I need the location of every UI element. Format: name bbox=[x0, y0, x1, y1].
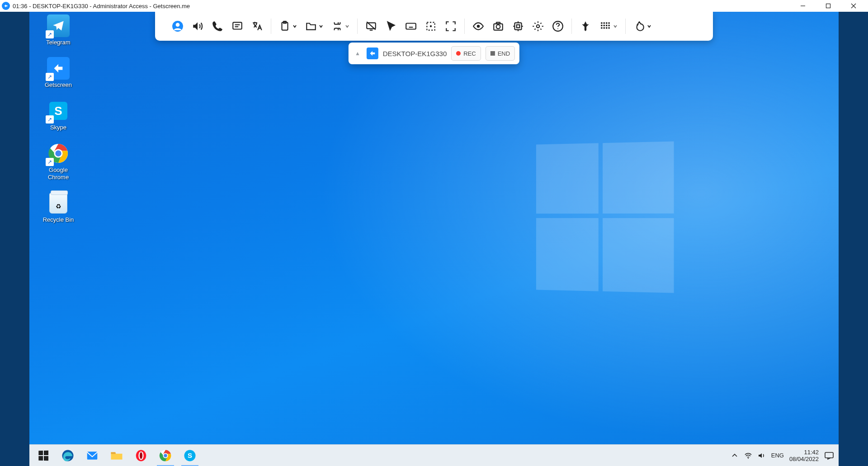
record-button[interactable]: REC bbox=[451, 46, 481, 61]
desktop-icon-label: Google Chrome bbox=[48, 166, 69, 181]
taskbar-app-edge[interactable] bbox=[56, 445, 80, 466]
volume-icon[interactable] bbox=[758, 452, 766, 460]
svg-rect-62 bbox=[825, 452, 833, 458]
svg-text:S: S bbox=[188, 452, 192, 459]
pin-icon[interactable] bbox=[576, 16, 595, 36]
taskbar-app-skype[interactable]: S bbox=[178, 445, 202, 466]
session-host-name: DESKTOP-EK1G330 bbox=[383, 50, 447, 57]
desktop-icon-getscreen[interactable]: ↗ Getscreen bbox=[36, 57, 81, 89]
svg-rect-42 bbox=[601, 25, 602, 26]
desktop-icon-label: Recycle Bin bbox=[43, 216, 74, 223]
remote-taskbar: S ENG 11:42 08/04/2022 bbox=[29, 444, 839, 466]
remote-toolbar bbox=[155, 12, 713, 41]
svg-rect-30 bbox=[517, 25, 520, 28]
toolbar-separator bbox=[357, 19, 358, 34]
svg-point-8 bbox=[176, 23, 180, 27]
select-area-icon[interactable] bbox=[421, 16, 441, 36]
window-maximize-button[interactable] bbox=[816, 0, 841, 12]
svg-point-35 bbox=[537, 25, 540, 28]
record-dot-icon bbox=[456, 51, 461, 56]
help-icon[interactable] bbox=[548, 16, 568, 36]
settings-icon[interactable] bbox=[528, 16, 548, 36]
window-close-button[interactable] bbox=[841, 0, 866, 12]
start-button[interactable] bbox=[31, 445, 56, 466]
taskbar-app-mail[interactable] bbox=[80, 445, 104, 466]
svg-rect-17 bbox=[406, 24, 416, 29]
svg-rect-45 bbox=[609, 25, 610, 26]
collapse-pill-icon[interactable]: ▲ bbox=[353, 50, 362, 57]
system-tray: ENG 11:42 08/04/2022 bbox=[728, 449, 837, 462]
svg-point-6 bbox=[55, 150, 61, 156]
blank-screen-icon[interactable] bbox=[361, 16, 381, 36]
svg-point-37 bbox=[557, 29, 558, 29]
shortcut-arrow-icon: ↗ bbox=[46, 73, 54, 81]
cursor-icon[interactable] bbox=[381, 16, 401, 36]
remote-desktop[interactable]: ↗ Telegram ↗ Getscreen S ↗ Skype bbox=[29, 12, 839, 466]
getscreen-app-icon bbox=[2, 2, 10, 10]
desktop-icons: ↗ Telegram ↗ Getscreen S ↗ Skype bbox=[36, 14, 81, 223]
fullscreen-icon[interactable] bbox=[441, 16, 461, 36]
taskbar-app-explorer[interactable] bbox=[104, 445, 129, 466]
account-icon[interactable] bbox=[168, 16, 188, 36]
toolbar-separator bbox=[625, 19, 626, 34]
app-titlebar: 01:36 - DESKTOP-EK1G330 - Administrator … bbox=[0, 0, 868, 12]
action-center-icon[interactable] bbox=[824, 452, 834, 460]
toolbar-separator bbox=[271, 19, 271, 34]
skype-icon: S ↗ bbox=[47, 100, 70, 122]
desktop-icon-skype[interactable]: S ↗ Skype bbox=[36, 100, 81, 131]
svg-point-61 bbox=[748, 458, 749, 459]
files-dropdown[interactable] bbox=[301, 16, 327, 36]
shortcut-arrow-icon: ↗ bbox=[46, 30, 54, 38]
session-pill: ▲ DESKTOP-EK1G330 REC END bbox=[349, 43, 519, 64]
clipboard-dropdown[interactable] bbox=[275, 16, 301, 36]
view-icon[interactable] bbox=[468, 16, 488, 36]
svg-rect-28 bbox=[496, 22, 500, 24]
window-minimize-button[interactable] bbox=[790, 0, 816, 12]
camera-icon[interactable] bbox=[488, 16, 508, 36]
end-label: END bbox=[498, 50, 510, 57]
call-icon[interactable] bbox=[208, 16, 227, 36]
svg-rect-51 bbox=[87, 452, 98, 460]
shapes-dropdown[interactable] bbox=[629, 16, 656, 36]
svg-point-25 bbox=[477, 25, 480, 28]
clock[interactable]: 11:42 08/04/2022 bbox=[789, 449, 819, 462]
record-label: REC bbox=[463, 50, 476, 57]
svg-rect-9 bbox=[233, 22, 242, 29]
toolbar-separator bbox=[571, 19, 572, 34]
tray-overflow-icon[interactable] bbox=[731, 452, 739, 460]
desktop-icon-chrome[interactable]: ↗ Google Chrome bbox=[36, 142, 81, 181]
toolbar-separator bbox=[464, 19, 465, 34]
windows-logo-icon bbox=[38, 450, 48, 460]
getscreen-logo-icon bbox=[367, 48, 378, 59]
svg-rect-52 bbox=[111, 452, 116, 454]
desktop-icon-recycle-bin[interactable]: ♻ Recycle Bin bbox=[36, 192, 81, 223]
taskbar-app-chrome[interactable] bbox=[153, 445, 178, 466]
translate-icon[interactable] bbox=[247, 16, 267, 36]
svg-point-55 bbox=[140, 452, 142, 459]
wifi-icon[interactable] bbox=[744, 452, 752, 460]
desktop-icon-telegram[interactable]: ↗ Telegram bbox=[36, 14, 81, 46]
system-icon[interactable] bbox=[508, 16, 528, 36]
shortcut-arrow-icon: ↗ bbox=[46, 158, 54, 166]
desktop-icon-label: Telegram bbox=[46, 39, 70, 46]
svg-rect-46 bbox=[601, 27, 602, 29]
svg-rect-41 bbox=[609, 22, 610, 24]
keyboard-icon[interactable] bbox=[401, 16, 421, 36]
shortcuts-dropdown[interactable] bbox=[327, 16, 354, 36]
svg-rect-47 bbox=[604, 27, 605, 29]
svg-point-24 bbox=[430, 25, 432, 27]
clock-time: 11:42 bbox=[789, 449, 819, 456]
desktop-icon-label: Getscreen bbox=[45, 81, 72, 89]
quality-dropdown[interactable] bbox=[595, 16, 622, 36]
chat-icon[interactable] bbox=[227, 16, 247, 36]
taskbar-app-opera[interactable] bbox=[129, 445, 153, 466]
getscreen-icon: ↗ bbox=[47, 57, 70, 80]
svg-point-27 bbox=[496, 25, 500, 29]
sound-icon[interactable] bbox=[188, 16, 208, 36]
svg-rect-44 bbox=[606, 25, 607, 26]
svg-rect-38 bbox=[601, 22, 602, 24]
svg-rect-39 bbox=[604, 22, 605, 24]
svg-rect-43 bbox=[604, 25, 605, 26]
language-indicator[interactable]: ENG bbox=[771, 452, 784, 459]
end-button[interactable]: END bbox=[486, 46, 515, 61]
